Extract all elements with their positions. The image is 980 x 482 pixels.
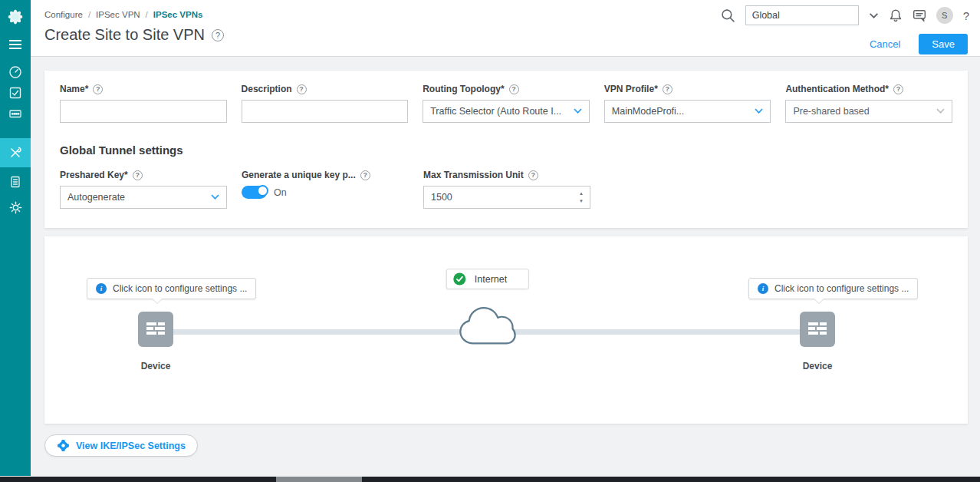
mtu-increment-button[interactable]: ▲ bbox=[579, 191, 584, 196]
left-device-label: Device bbox=[117, 361, 194, 371]
left-device-tooltip: i Click icon to configure settings ... bbox=[87, 278, 256, 299]
description-label: Description bbox=[242, 84, 292, 94]
field-unique-key: Generate a unique key p... ? On bbox=[242, 170, 409, 209]
field-description: Description ? bbox=[242, 84, 409, 123]
breadcrumb-separator: / bbox=[88, 10, 90, 19]
authentication-method-label: Authentication Method* bbox=[785, 84, 889, 94]
vpn-profile-value: MainModeProfi... bbox=[612, 106, 684, 117]
info-icon: i bbox=[96, 283, 107, 294]
sidebar-item-cli[interactable] bbox=[0, 106, 31, 121]
preshared-key-help-icon[interactable]: ? bbox=[133, 170, 143, 180]
unique-key-label: Generate a unique key p... bbox=[242, 170, 356, 180]
field-authentication-method: Authentication Method* ? Pre-shared base… bbox=[785, 84, 952, 123]
app-logo-icon[interactable] bbox=[0, 2, 31, 32]
flower-logo-icon bbox=[5, 6, 26, 28]
gauge-icon bbox=[8, 65, 22, 79]
avatar-initial: S bbox=[942, 11, 947, 20]
tools-icon bbox=[8, 146, 22, 160]
preshared-key-label: Preshared Key* bbox=[60, 170, 128, 180]
right-device-icon[interactable] bbox=[800, 312, 835, 347]
gear-icon bbox=[9, 201, 22, 214]
user-avatar[interactable]: S bbox=[936, 7, 953, 24]
routing-topology-help-icon[interactable]: ? bbox=[509, 84, 519, 94]
preshared-key-select[interactable]: Autogenerate bbox=[60, 186, 227, 209]
help-icon[interactable]: ? bbox=[963, 9, 969, 22]
field-vpn-profile: VPN Profile* ? MainModeProfi... bbox=[604, 84, 771, 123]
mtu-spinner: ▲ ▼ bbox=[573, 187, 590, 208]
form-row-tunnel: Preshared Key* ? Autogenerate Generate a… bbox=[60, 170, 952, 209]
field-routing-topology: Routing Topology* ? Traffic Selector (Au… bbox=[423, 84, 590, 123]
form-row-main: Name* ? Description ? Routing Topology* bbox=[60, 84, 952, 123]
mtu-input[interactable] bbox=[423, 186, 590, 209]
routing-topology-select[interactable]: Traffic Selector (Auto Route I... bbox=[423, 100, 590, 123]
authentication-method-select[interactable]: Pre-shared based bbox=[785, 100, 952, 123]
sidebar-item-configure[interactable] bbox=[0, 138, 31, 167]
document-icon bbox=[8, 175, 22, 189]
checkbox-check-icon bbox=[8, 86, 22, 100]
field-preshared-key: Preshared Key* ? Autogenerate bbox=[60, 170, 227, 209]
save-button[interactable]: Save bbox=[919, 34, 968, 54]
page-title: Create Site to Site VPN ? bbox=[44, 26, 224, 44]
firewall-bricks-icon bbox=[146, 322, 165, 336]
unique-key-help-icon[interactable]: ? bbox=[360, 170, 370, 180]
name-input[interactable] bbox=[60, 100, 227, 123]
authentication-method-help-icon[interactable]: ? bbox=[893, 84, 903, 94]
sidebar-item-events[interactable] bbox=[0, 174, 31, 190]
mtu-decrement-button[interactable]: ▼ bbox=[579, 199, 584, 203]
vpn-profile-label: VPN Profile* bbox=[604, 84, 658, 94]
preshared-key-value: Autogenerate bbox=[67, 192, 125, 203]
internet-badge: Internet bbox=[446, 269, 529, 289]
firewall-bricks-icon bbox=[808, 322, 827, 336]
chevron-down-icon bbox=[755, 108, 763, 114]
mtu-label: Max Transmission Unit bbox=[423, 170, 524, 180]
page-header: Configure / IPSec VPN / IPSec VPNs bbox=[31, 0, 980, 57]
view-ike-ipsec-settings-button[interactable]: View IKE/IPSec Settings bbox=[44, 434, 198, 457]
notifications-bell-icon[interactable] bbox=[889, 8, 903, 23]
breadcrumb-ipsec-vpns[interactable]: IPSec VPNs bbox=[153, 10, 203, 19]
bottom-scrollbar-thumb bbox=[276, 477, 362, 482]
create-site-to-site-vpn-page: Configure / IPSec VPN / IPSec VPNs bbox=[0, 0, 980, 482]
title-help-icon[interactable]: ? bbox=[212, 29, 224, 41]
header-toolbar: S ? bbox=[721, 5, 969, 25]
feedback-chat-icon[interactable] bbox=[913, 8, 926, 22]
mtu-help-icon[interactable]: ? bbox=[528, 170, 538, 180]
global-tunnel-settings-heading: Global Tunnel settings bbox=[60, 144, 952, 157]
breadcrumb: Configure / IPSec VPN / IPSec VPNs bbox=[44, 10, 202, 19]
routing-topology-value: Traffic Selector (Auto Route I... bbox=[430, 106, 561, 117]
chevron-down-icon bbox=[211, 194, 219, 200]
authentication-method-value: Pre-shared based bbox=[793, 106, 869, 117]
sidebar-item-settings[interactable] bbox=[0, 199, 31, 216]
sidebar bbox=[0, 0, 31, 476]
breadcrumb-ipsec-vpn[interactable]: IPSec VPN bbox=[96, 10, 140, 19]
unique-key-toggle-state: On bbox=[274, 187, 287, 198]
field-mtu: Max Transmission Unit ? ▲ ▼ bbox=[423, 170, 590, 209]
chevron-down-icon bbox=[574, 108, 582, 114]
view-ike-ipsec-settings-label: View IKE/IPSec Settings bbox=[76, 441, 186, 451]
right-tooltip-text: Click icon to configure settings ... bbox=[774, 283, 909, 294]
right-device-tooltip: i Click icon to configure settings ... bbox=[748, 278, 918, 299]
scope-selector-input[interactable] bbox=[745, 5, 859, 25]
cancel-button[interactable]: Cancel bbox=[870, 38, 900, 50]
search-icon[interactable] bbox=[721, 8, 735, 23]
field-name: Name* ? bbox=[60, 84, 227, 123]
vpn-topology-panel: Internet i Click icon to configure setti… bbox=[44, 236, 968, 424]
chevron-down-icon[interactable] bbox=[869, 12, 879, 19]
description-input[interactable] bbox=[242, 100, 409, 123]
internet-cloud-icon bbox=[458, 304, 518, 348]
description-help-icon[interactable]: ? bbox=[297, 84, 307, 94]
name-help-icon[interactable]: ? bbox=[93, 84, 103, 94]
page-title-text: Create Site to Site VPN bbox=[44, 26, 205, 44]
menu-hamburger-icon[interactable] bbox=[0, 36, 31, 53]
left-device-icon[interactable] bbox=[138, 312, 173, 347]
terminal-keyboard-icon bbox=[8, 107, 22, 121]
sidebar-item-dashboard[interactable] bbox=[0, 64, 31, 80]
sidebar-item-tasks[interactable] bbox=[0, 85, 31, 101]
vpn-profile-help-icon[interactable]: ? bbox=[663, 84, 673, 94]
vpn-profile-select[interactable]: MainModeProfi... bbox=[604, 100, 771, 123]
right-device-label: Device bbox=[779, 361, 856, 371]
unique-key-toggle[interactable] bbox=[242, 186, 267, 199]
internet-label: Internet bbox=[475, 274, 507, 285]
routing-topology-label: Routing Topology* bbox=[423, 84, 504, 94]
page-content: Name* ? Description ? Routing Topology* bbox=[31, 57, 980, 476]
breadcrumb-configure[interactable]: Configure bbox=[44, 10, 83, 19]
